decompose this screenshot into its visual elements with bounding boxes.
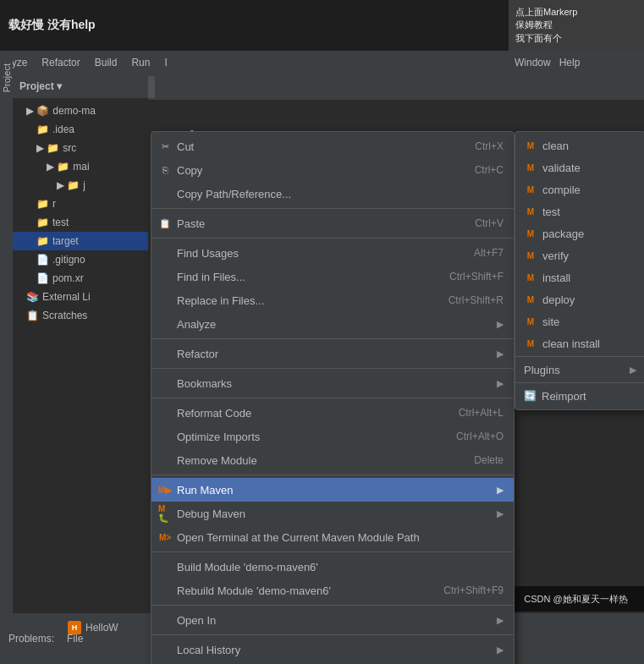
menu-item-cut-label: Cut [177,140,194,153]
top-banner-right: 点上面Markerp 保姆教程 我下面有个 [509,0,644,51]
submenu-item-test[interactable]: M test [515,200,644,222]
menu-item-refactor[interactable]: Refactor ▶ [151,342,514,365]
submenu-item-compile[interactable]: M compile [515,178,644,200]
bottom-tab-file[interactable]: File [67,633,83,645]
separator-5 [151,398,514,398]
menu-item-local-history[interactable]: Local History ▶ [151,638,514,661]
menu-item-find-usages[interactable]: Find Usages Alt+F7 [151,241,514,265]
folder-icon: ▶ 📁 [36,142,59,154]
paste-icon: 📋 [158,217,172,230]
menu-item-refactor-label: Refactor [177,348,218,360]
top-banner-right-line3: 我下面有个 [515,32,637,45]
menu-bar-item-run[interactable]: Run [126,55,155,70]
tree-item-gitignore[interactable]: 📄 .gitigno [13,250,148,269]
menu-bar-item-build[interactable]: Build [90,55,123,70]
submenu-item-deploy[interactable]: M deploy [515,288,644,310]
submenu-item-install[interactable]: M install [515,266,644,288]
submenu-item-reimport[interactable]: 🔄 Reimport [515,385,644,407]
project-panel: Project ▾ ▶ 📦 demo-ma 📁 .idea ▶ 📁 src ▶ … [13,74,148,624]
menu-item-bookmarks[interactable]: Bookmarks ▶ [151,371,514,395]
submenu-item-test-label: test [542,206,560,218]
submenu-item-verify[interactable]: M verify [515,244,644,266]
tree-item-idea[interactable]: 📁 .idea [13,120,148,139]
maven-clean-icon: M [524,139,537,152]
folder-icon: 📁 [36,123,49,135]
helloworld-label: HelloW [85,622,118,634]
menu-bar-right: Window Help [508,51,644,74]
tree-item-scratches[interactable]: 📋 Scratches [13,306,148,325]
debug-maven-icon: M🐛 [158,507,172,520]
menu-bar-item-window[interactable]: Window [515,57,551,69]
bottom-helloworld[interactable]: H HelloW [68,621,118,634]
menu-item-replace-files[interactable]: Replace in Files... Ctrl+Shift+R [151,288,514,312]
menu-bar-item-i[interactable]: I [159,55,172,70]
submenu-item-clean-install[interactable]: M clean install [515,332,644,354]
menu-item-cut[interactable]: ✂ Cut Ctrl+X [151,134,514,158]
menu-item-open-terminal[interactable]: M> Open Terminal at the Current Maven Mo… [151,525,514,549]
tree-item-src[interactable]: ▶ 📁 src [13,139,148,157]
maven-verify-icon: M [524,249,537,262]
submenu-item-install-label: install [542,272,570,284]
folder-icon: ▶ 📁 [47,161,69,173]
menu-bar-item-help[interactable]: Help [559,57,581,69]
menu-item-optimize-imports-label: Optimize Imports [177,431,260,443]
maven-clean-install-icon: M [524,337,537,350]
menu-item-remove-module-shortcut: Delete [474,454,504,466]
folder-icon: ▶ 📁 [57,179,80,191]
menu-item-bookmarks-label: Bookmarks [177,377,232,390]
submenu-item-validate[interactable]: M validate [515,156,644,178]
submenu-item-clean[interactable]: M clean [515,134,644,156]
folder-icon: 📁 [36,217,49,228]
submenu-item-site-label: site [542,316,559,328]
reimport-icon: 🔄 [524,390,537,402]
menu-bar-item-refactor[interactable]: Refactor [36,55,85,70]
menu-item-copy-path[interactable]: Copy Path/Reference... [151,182,514,206]
menu-item-reformat[interactable]: Reformat Code Ctrl+Alt+L [151,401,514,425]
top-banner-left-text: 载好慢 没有help [8,18,96,33]
tree-item-pom[interactable]: 📄 pom.xr [13,269,148,288]
menu-item-paste[interactable]: 📋 Paste Ctrl+V [151,211,514,235]
menu-item-debug-maven[interactable]: M🐛 Debug Maven ▶ [151,502,514,525]
submenu-item-package[interactable]: M package [515,222,644,244]
submenu-item-plugins[interactable]: Plugins ▶ [515,359,644,381]
cut-icon: ✂ [158,140,172,153]
menu-item-copy[interactable]: ⎘ Copy Ctrl+C [151,158,514,182]
menu-item-find-files[interactable]: Find in Files... Ctrl+Shift+F [151,265,514,288]
separator-8 [151,605,514,606]
menu-item-remove-module-label: Remove Module [177,454,257,467]
sidebar-label[interactable]: Project [2,63,12,92]
tree-item-r[interactable]: 📁 r [13,195,148,213]
bottom-tab-problems[interactable]: Problems: [8,633,54,645]
project-tree: ▶ 📦 demo-ma 📁 .idea ▶ 📁 src ▶ 📁 mai ▶ 📁 … [13,98,148,328]
menu-item-build-module[interactable]: Build Module 'demo-maven6' [151,555,514,579]
tree-item-target[interactable]: 📁 target [13,232,148,250]
tree-item-j[interactable]: ▶ 📁 j [13,176,148,195]
menu-item-rebuild-module[interactable]: Rebuild Module 'demo-maven6' Ctrl+Shift+… [151,579,514,602]
tree-item-external-lib[interactable]: 📚 External Li [13,288,148,306]
menu-item-run-maven[interactable]: M▶ Run Maven ▶ [151,478,514,502]
menu-item-find-files-shortcut: Ctrl+Shift+F [449,271,504,283]
separator-3 [151,338,514,339]
tree-item-demo-ma[interactable]: ▶ 📦 demo-ma [13,102,148,120]
submenu-arrow-analyze: ▶ [497,319,504,330]
menu-item-find-files-label: Find in Files... [177,271,245,283]
tree-item-test[interactable]: 📁 test [13,213,148,232]
menu-item-copy-label: Copy [177,164,202,177]
menu-item-optimize-imports-shortcut: Ctrl+Alt+O [456,431,504,442]
menu-item-open-in[interactable]: Open In ▶ [151,608,514,632]
helloworld-icon: H [68,621,81,634]
maven-validate-icon: M [524,161,537,174]
menu-item-remove-module[interactable]: Remove Module Delete [151,448,514,472]
submenu-arrow-run-maven: ▶ [497,485,504,496]
menu-item-rebuild-module-label: Rebuild Module 'demo-maven6' [177,584,331,597]
tree-item-mai[interactable]: ▶ 📁 mai [13,157,148,176]
menu-item-open-terminal-label: Open Terminal at the Current Maven Modul… [177,531,420,544]
top-banner: 载好慢 没有help 点上面Markerp 保姆教程 我下面有个 [0,0,644,51]
project-header[interactable]: Project ▾ [13,74,148,98]
menu-item-analyze[interactable]: Analyze ▶ [151,312,514,336]
separator-9 [151,634,514,635]
submenu-item-site[interactable]: M site [515,310,644,332]
folder-icon: 📁 [36,198,49,210]
menu-item-optimize-imports[interactable]: Optimize Imports Ctrl+Alt+O [151,425,514,448]
submenu-item-deploy-label: deploy [542,294,575,306]
